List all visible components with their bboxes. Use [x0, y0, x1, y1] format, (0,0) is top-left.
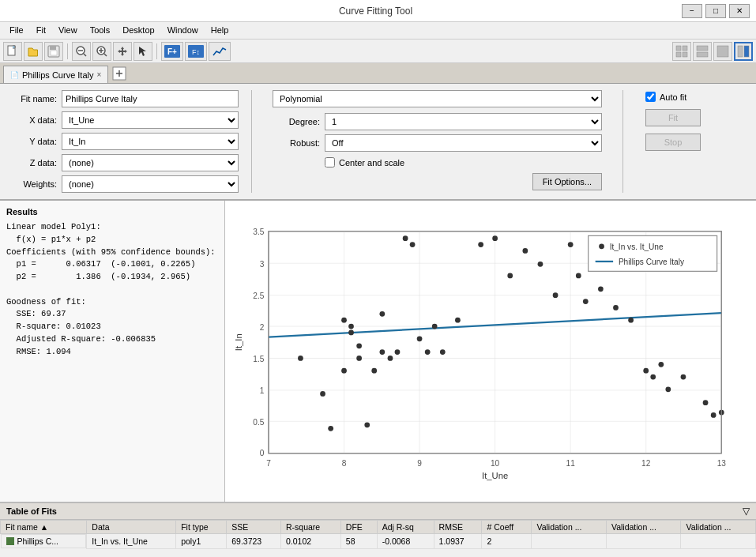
col-rsquare[interactable]: R-square [280, 521, 340, 534]
scatter-chart: 3.5 3 2.5 2 1.5 1 0.5 0 7 8 9 10 11 12 1… [233, 209, 748, 494]
menu-help[interactable]: Help [205, 24, 235, 37]
data-point [613, 305, 619, 310]
auto-fit-checkbox[interactable] [645, 92, 656, 102]
svg-line-8 [104, 54, 107, 56]
zoom-out-button[interactable] [72, 42, 91, 61]
layout-four-btn[interactable] [672, 42, 691, 61]
data-point [371, 368, 377, 374]
zoom-in-button[interactable] [92, 42, 111, 61]
data-point [341, 318, 347, 323]
new-fit-button[interactable]: F+ [161, 42, 183, 61]
copy-fit-button[interactable]: F↕ [185, 42, 207, 61]
svg-rect-2 [50, 46, 56, 50]
auto-fit-label: Auto fit [660, 92, 686, 102]
results-panel: Results Linear model Poly1: f(x) = p1*x … [0, 201, 225, 502]
svg-rect-19 [697, 46, 708, 51]
data-point [455, 318, 461, 323]
layout-active-btn[interactable] [734, 42, 753, 61]
data-point [356, 343, 362, 348]
new-tab-icon[interactable] [111, 66, 127, 83]
center-scale-checkbox[interactable] [325, 157, 335, 167]
plot-button[interactable] [209, 42, 231, 61]
svg-point-57 [599, 243, 604, 249]
fit-color-indicator [6, 537, 14, 545]
col-adj-rsq[interactable]: Adj R-sq [377, 521, 434, 534]
svg-text:1: 1 [260, 386, 265, 395]
data-point [379, 311, 385, 317]
new-button[interactable] [3, 42, 22, 61]
center-scale-label: Center and scale [339, 158, 404, 167]
tab-close-button[interactable]: × [96, 70, 101, 79]
col-dfe[interactable]: DFE [340, 521, 377, 534]
data-cursor-button[interactable] [134, 42, 152, 61]
data-point [425, 349, 431, 355]
save-button[interactable] [44, 42, 63, 61]
cell-dfe: 58 [340, 534, 377, 549]
data-point [538, 262, 543, 267]
svg-text:Phillips Curve Italy: Phillips Curve Italy [619, 258, 685, 266]
menu-file[interactable]: File [3, 24, 30, 37]
fits-table: Fit name ▲ Data Fit type SSE R-square DF… [0, 520, 756, 549]
data-point [703, 400, 709, 405]
weights-select[interactable]: (none) [62, 175, 239, 193]
degree-select[interactable]: 1 [325, 113, 602, 130]
table-of-fits-title: Table of Fits [6, 506, 57, 516]
degree-row: Degree: 1 [273, 113, 602, 130]
data-point [298, 356, 303, 361]
stop-button[interactable]: Stop [645, 134, 701, 151]
svg-rect-23 [744, 46, 749, 57]
col-data[interactable]: Data [87, 521, 176, 534]
fit-config-right: Auto fit Fit Stop [636, 90, 747, 193]
svg-text:2.5: 2.5 [253, 292, 264, 300]
weights-label: Weights: [9, 179, 57, 189]
cell-sse: 69.3723 [227, 534, 281, 549]
col-sse[interactable]: SSE [227, 521, 281, 534]
svg-text:3: 3 [260, 260, 265, 269]
data-point [553, 292, 559, 298]
tab-phillips-curve-italy[interactable]: 📄 Phillips Curve Italy × [3, 66, 108, 83]
table-row: Phillips C... It_In vs. It_Une poly1 69.… [1, 534, 756, 549]
data-point [492, 235, 498, 241]
x-data-select[interactable]: It_Une [62, 111, 239, 129]
fit-type-select[interactable]: Polynomial [273, 90, 602, 107]
robust-label: Robust: [273, 138, 320, 148]
menu-window[interactable]: Window [161, 24, 205, 37]
col-val3[interactable]: Validation ... [681, 521, 756, 534]
maximize-button[interactable]: □ [705, 4, 726, 18]
results-text: Linear model Poly1: f(x) = p1*x + p2 Coe… [6, 221, 218, 358]
menu-desktop[interactable]: Desktop [116, 24, 160, 37]
col-fit-name[interactable]: Fit name ▲ [1, 521, 87, 534]
fit-button[interactable]: Fit [645, 109, 701, 126]
z-data-select[interactable]: (none) [62, 154, 239, 171]
menu-tools[interactable]: Tools [84, 24, 117, 37]
tab-bar: 📄 Phillips Curve Italy × [0, 63, 756, 84]
close-button[interactable]: ✕ [729, 4, 750, 18]
fit-name-input[interactable] [62, 90, 239, 107]
data-point [507, 273, 513, 279]
menu-fit[interactable]: Fit [30, 24, 52, 37]
tab-label: Phillips Curve Italy [22, 70, 93, 80]
data-point [440, 349, 446, 355]
robust-select[interactable]: Off [325, 134, 602, 152]
col-rmse[interactable]: RMSE [434, 521, 482, 534]
col-ncoeff[interactable]: # Coeff [482, 521, 532, 534]
svg-text:13: 13 [717, 459, 727, 468]
toolbar: F+ F↕ [0, 40, 756, 63]
y-data-select[interactable]: It_In [62, 133, 239, 150]
open-button[interactable] [24, 42, 43, 61]
layout-buttons [672, 42, 753, 61]
fit-options-button[interactable]: Fit Options... [532, 173, 602, 190]
menu-view[interactable]: View [52, 24, 84, 37]
pan-button[interactable] [113, 42, 132, 61]
table-header-row: Fit name ▲ Data Fit type SSE R-square DF… [1, 521, 756, 534]
title-bar: Curve Fitting Tool − □ ✕ [0, 0, 756, 22]
minimize-button[interactable]: − [682, 4, 702, 18]
col-val2[interactable]: Validation ... [606, 521, 680, 534]
svg-rect-15 [676, 46, 681, 51]
table-expand-button[interactable]: ▽ [743, 506, 750, 517]
y-data-row: Y data: It_In [9, 133, 239, 150]
col-val1[interactable]: Validation ... [532, 521, 606, 534]
layout-one-btn[interactable] [713, 42, 732, 61]
col-fit-type[interactable]: Fit type [176, 521, 227, 534]
layout-two-h-btn[interactable] [693, 42, 712, 61]
